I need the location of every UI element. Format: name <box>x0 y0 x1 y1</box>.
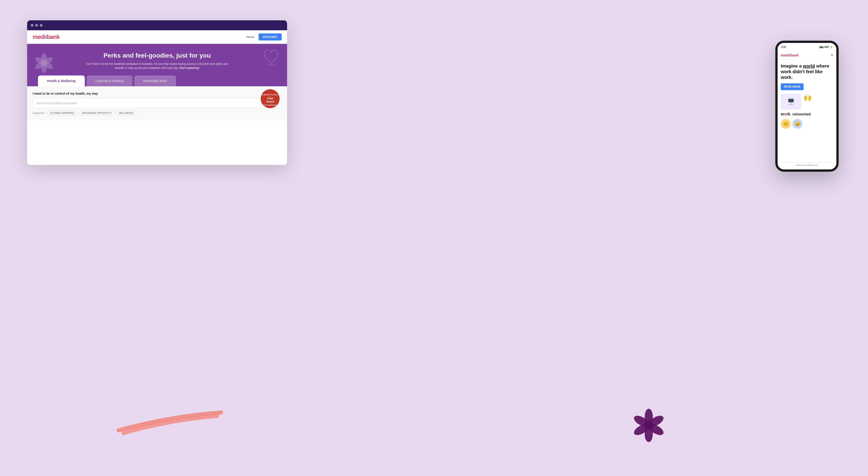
svg-text:WHAT'S IMPORTANT: WHAT'S IMPORTANT <box>262 104 278 106</box>
signal-icon: ▮▮▮ <box>819 46 824 49</box>
phone-face-2: 😄 <box>793 119 802 129</box>
phone-faces-row: 😊 😄 <box>781 119 833 129</box>
deco-flower-bottom-right <box>624 401 674 451</box>
logo-bank: bank <box>47 33 60 40</box>
search-bar[interactable]: Search for benefits & programs 🔍 <box>33 98 282 108</box>
headline-underline: world <box>803 63 815 68</box>
phone-hands-icon: 🙌 <box>803 94 812 102</box>
hero-subtitle-bold: Start exploring! <box>179 66 199 70</box>
phone-work-reinvented: work. reinvented <box>781 112 833 117</box>
phone-status-icons: ▮▮▮ WiFi 🔋 <box>819 46 833 49</box>
tabs-row: Health & Wellbeing Learning & Growing Me… <box>33 75 282 86</box>
work-text: work. <box>781 112 792 116</box>
phone-url-bar: perks.ha-medibank.com <box>781 162 833 166</box>
suggested-row: Suggested: FLEXIBLE WORKING INSURANCE PR… <box>33 110 282 116</box>
wifi-icon: WiFi <box>825 46 829 49</box>
phone-illustration-box: 🖥️ <box>781 94 801 109</box>
phone-read-more-button[interactable]: READ MORE <box>781 83 804 90</box>
feel-good-badge: VIEW BENEFITS FOR YOU Feel Good WHAT'S I… <box>260 89 280 109</box>
tab-learning-growing[interactable]: Learning & Growing <box>87 75 133 86</box>
nav-home-link[interactable]: Home <box>246 35 254 39</box>
battery-icon: 🔋 <box>830 46 833 49</box>
reinvented-text: reinvented <box>793 112 811 116</box>
hero-flower-left <box>32 51 57 76</box>
deco-pencils <box>112 400 227 439</box>
content-title: I want to be in control of my health, my… <box>33 92 282 95</box>
intranet-button[interactable]: INTRANET <box>258 33 282 40</box>
site-nav: mediibank Home INTRANET <box>27 30 287 44</box>
phone-menu-icon[interactable]: ≡ <box>831 53 833 58</box>
hero-title: Perks and feel-goodies, just for you <box>33 52 282 59</box>
hero-section: Perks and feel-goodies, just for you Our… <box>27 44 287 86</box>
phone-time: 3:37 <box>781 45 786 49</box>
content-area: I want to be in control of my health, my… <box>27 86 287 121</box>
suggested-label: Suggested: <box>33 112 45 114</box>
svg-text:Good: Good <box>266 100 274 103</box>
suggested-tag-1[interactable]: INSURANCE PRODUCTS <box>79 110 114 116</box>
browser-dot-1 <box>31 24 33 27</box>
hero-subtitle-text: Our Vision is to be the healthiest workp… <box>86 62 228 70</box>
illustration-face-icon: 🖥️ <box>787 98 795 105</box>
tab-meaningful-work[interactable]: Meaningful Work <box>134 75 176 86</box>
phone-status-bar: 3:37 ▮▮▮ WiFi 🔋 <box>778 43 836 51</box>
suggested-tag-0[interactable]: FLEXIBLE WORKING <box>47 110 77 116</box>
browser-dot-3 <box>40 24 42 27</box>
browser-window: mediibank Home INTRANET <box>27 20 287 165</box>
phone-illustration-row: 🖥️ 🙌 <box>781 94 833 109</box>
search-placeholder: Search for benefits & programs <box>36 101 77 105</box>
phone-logo-bank: bank <box>790 53 799 57</box>
phone-mockup: 3:37 ▮▮▮ WiFi 🔋 mediibank ≡ Imagine a wo… <box>775 41 839 172</box>
site-logo: mediibank <box>33 33 60 40</box>
phone-face-1: 😊 <box>781 119 791 129</box>
phone-logo: mediibank <box>781 53 799 57</box>
svg-point-13 <box>41 60 47 66</box>
suggested-tag-2[interactable]: WELLBEING <box>116 110 136 116</box>
hero-heart-right <box>262 49 280 67</box>
hero-subtitle: Our Vision is to be the healthiest workp… <box>85 62 229 70</box>
tab-health-wellbeing[interactable]: Health & Wellbeing <box>38 75 85 86</box>
phone-content: Imagine a world where work didn't feel l… <box>778 60 836 132</box>
phone-logo-medi: medi <box>781 53 789 57</box>
phone-headline: Imagine a world where work didn't feel l… <box>781 63 833 80</box>
svg-point-6 <box>644 421 653 430</box>
logo-medi: medi <box>33 33 45 40</box>
phone-nav: mediibank ≡ <box>778 51 836 60</box>
browser-dot-2 <box>35 24 38 27</box>
svg-text:VIEW BENEFITS FOR YOU: VIEW BENEFITS FOR YOU <box>260 94 280 96</box>
page-background: mediibank Home INTRANET <box>0 0 868 476</box>
nav-right: Home INTRANET <box>246 33 282 40</box>
svg-text:✦: ✦ <box>269 96 271 98</box>
browser-titlebar <box>27 20 287 30</box>
